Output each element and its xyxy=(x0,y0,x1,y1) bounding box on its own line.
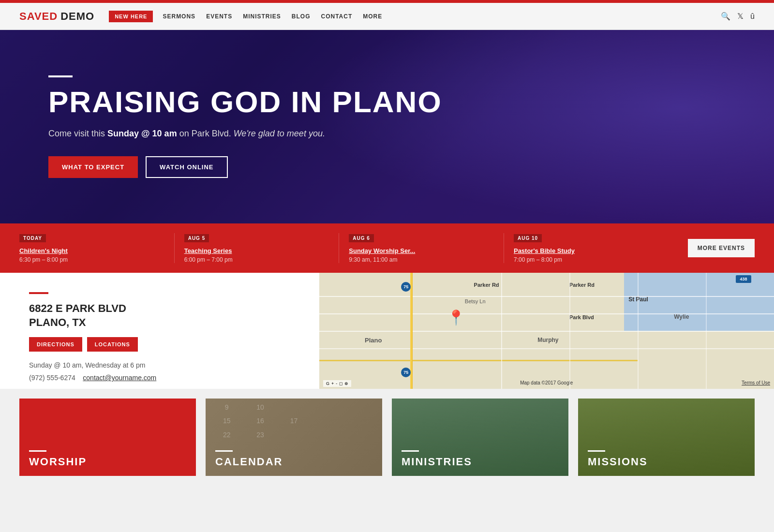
search-icon[interactable]: 🔍 xyxy=(721,12,730,21)
nav-blog[interactable]: BLOG xyxy=(292,13,311,20)
card-content-ministries: MINISTRIES xyxy=(402,450,472,468)
card-title-calendar: CALENDAR xyxy=(215,456,283,468)
header: SAVED DEMO NEW HERE SERMONS EVENTS MINIS… xyxy=(0,3,774,30)
event-title[interactable]: Pastor's Bible Study xyxy=(514,247,659,254)
location-buttons: DIRECTIONS LOCATIONS xyxy=(29,337,290,352)
location-address-line1: 6822 E PARK BLVD xyxy=(29,302,126,314)
list-item: AUG 5 Teaching Series 6:00 pm – 7:00 pm xyxy=(184,233,340,263)
location-schedule: Sunday @ 10 am, Wednesday at 6 pm xyxy=(29,361,290,369)
events-bar: TODAY Children's Night 6:30 pm – 8:00 pm… xyxy=(0,223,774,273)
map-label: Parker Rd xyxy=(474,282,499,288)
locations-button[interactable]: LOCATIONS xyxy=(87,337,138,352)
card-line-worship xyxy=(29,450,46,452)
nav-contact[interactable]: CONTACT xyxy=(321,13,353,20)
map-label-murphy: Murphy xyxy=(537,337,558,343)
event-title[interactable]: Sunday Worship Ser... xyxy=(349,247,494,254)
watch-online-button[interactable]: WATCH ONLINE xyxy=(146,156,227,178)
events-list: TODAY Children's Night 6:30 pm – 8:00 pm… xyxy=(19,233,678,263)
what-to-expect-button[interactable]: WHAT TO EXPECT xyxy=(48,156,138,178)
logo-saved: SAVED xyxy=(19,10,58,23)
nav-events[interactable]: EVENTS xyxy=(206,13,232,20)
header-icons: 🔍 𝕏 û xyxy=(721,12,755,21)
logo[interactable]: SAVED DEMO xyxy=(19,10,94,23)
facebook-icon[interactable]: û xyxy=(750,12,755,21)
list-item: AUG 10 Pastor's Bible Study 7:00 pm – 8:… xyxy=(514,233,669,263)
map-container[interactable]: 75 75 438 📍 Parker Rd Parker Rd St Paul … xyxy=(319,273,774,389)
location-address: 6822 E PARK BLVD PLANO, TX xyxy=(29,302,290,329)
event-time: 9:30 am, 11:00 am xyxy=(349,256,494,263)
map-pin: 📍 xyxy=(447,309,465,326)
card-content-worship: WORSHIP xyxy=(29,450,87,468)
map-attribution-text: Map data ©2017 Google xyxy=(520,380,573,387)
hero-title: PRAISING GOD IN PLANO xyxy=(48,86,442,118)
hero-line-decoration xyxy=(48,75,73,77)
event-time: 6:30 pm – 8:00 pm xyxy=(19,256,164,263)
nav-new-here-button[interactable]: NEW HERE xyxy=(109,11,153,22)
map-placeholder: 75 75 438 📍 Parker Rd Parker Rd St Paul … xyxy=(319,273,774,389)
event-time: 6:00 pm – 7:00 pm xyxy=(184,256,329,263)
hero-subtitle-middle: on Park Blvd. xyxy=(177,129,234,138)
more-events-button[interactable]: MORE EVENTS xyxy=(688,239,755,257)
card-line-missions xyxy=(588,450,605,452)
card-ministries[interactable]: MINISTRIES xyxy=(392,399,568,476)
map-label: Park Blvd xyxy=(569,314,594,320)
event-date-badge: AUG 6 xyxy=(349,234,374,242)
directions-button[interactable]: DIRECTIONS xyxy=(29,337,82,352)
location-info: 6822 E PARK BLVD PLANO, TX DIRECTIONS LO… xyxy=(0,273,319,389)
main-nav: SERMONS EVENTS MINISTRIES BLOG CONTACT M… xyxy=(163,13,721,20)
card-worship[interactable]: WORSHIP xyxy=(19,399,196,476)
event-date-badge: AUG 10 xyxy=(514,234,542,242)
card-title-worship: WORSHIP xyxy=(29,456,87,468)
location-address-line2: PLANO, TX xyxy=(29,316,86,328)
hero-subtitle: Come visit this Sunday @ 10 am on Park B… xyxy=(48,129,442,139)
list-item: AUG 6 Sunday Worship Ser... 9:30 am, 11:… xyxy=(349,233,504,263)
map-label: Parker Rd xyxy=(569,282,595,288)
map-terms-link[interactable]: Terms of Use xyxy=(742,380,770,387)
hero-subtitle-italic: We're glad to meet you. xyxy=(234,129,325,138)
card-line-ministries xyxy=(402,450,419,452)
twitter-icon[interactable]: 𝕏 xyxy=(737,12,744,21)
event-date-badge: AUG 5 xyxy=(184,234,209,242)
location-line-decoration xyxy=(29,292,48,294)
card-content-calendar: CALENDAR xyxy=(215,450,283,468)
logo-demo: DEMO xyxy=(60,10,94,23)
card-line-calendar xyxy=(215,450,233,452)
nav-sermons[interactable]: SERMONS xyxy=(163,13,195,20)
card-title-missions: MISSIONS xyxy=(588,456,648,468)
map-controls: G+-◻⊕ xyxy=(323,380,351,387)
event-title[interactable]: Teaching Series xyxy=(184,247,329,254)
nav-ministries[interactable]: MINISTRIES xyxy=(243,13,281,20)
map-label-betsy: Betsy Ln xyxy=(465,298,486,304)
location-phone: (972) 555-6274 xyxy=(29,374,75,382)
event-title[interactable]: Children's Night xyxy=(19,247,164,254)
card-title-ministries: MINISTRIES xyxy=(402,456,472,468)
hero-subtitle-prefix: Come visit this xyxy=(48,129,107,138)
event-time: 7:00 pm – 8:00 pm xyxy=(514,256,659,263)
card-calendar[interactable]: 9 10 15 16 17 22 23 CALENDAR xyxy=(206,399,382,476)
hero-subtitle-bold: Sunday @ 10 am xyxy=(107,129,177,138)
bottom-cards: WORSHIP 9 10 15 16 17 22 23 CALENDAR MIN… xyxy=(0,389,774,486)
hero-buttons: WHAT TO EXPECT WATCH ONLINE xyxy=(48,156,442,178)
location-section: 6822 E PARK BLVD PLANO, TX DIRECTIONS LO… xyxy=(0,273,774,389)
location-contact: (972) 555-6274 contact@yourname.com xyxy=(29,374,290,382)
list-item: TODAY Children's Night 6:30 pm – 8:00 pm xyxy=(19,233,175,263)
nav-more[interactable]: MORE xyxy=(363,13,382,20)
card-content-missions: MISSIONS xyxy=(588,450,648,468)
map-label-wylie: Wylie xyxy=(674,313,689,320)
card-missions[interactable]: MISSIONS xyxy=(578,399,755,476)
location-email-link[interactable]: contact@yourname.com xyxy=(83,374,156,382)
event-date-badge: TODAY xyxy=(19,234,46,242)
hero-content: PRAISING GOD IN PLANO Come visit this Su… xyxy=(0,75,491,177)
hero-section: PRAISING GOD IN PLANO Come visit this Su… xyxy=(0,30,774,223)
map-label-plano: Plano xyxy=(365,337,382,344)
